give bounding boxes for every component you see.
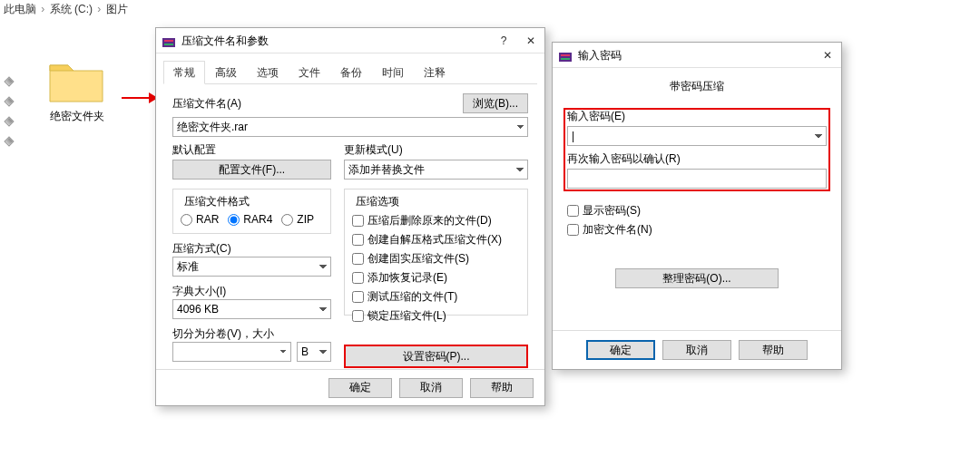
opt-test[interactable]: 测试压缩的文件(T)	[352, 289, 520, 305]
svg-rect-6	[561, 54, 570, 56]
svg-rect-4	[164, 44, 173, 45]
breadcrumb-seg[interactable]: 此电脑	[4, 3, 36, 15]
svg-rect-2	[162, 38, 175, 47]
dialog-tabs: 常规 高级 选项 文件 备份 时间 注释	[163, 61, 537, 84]
app-icon	[558, 48, 573, 63]
options-group-label: 压缩选项	[352, 194, 403, 209]
default-profile-label: 默认配置	[172, 142, 331, 158]
filename-input[interactable]: 绝密文件夹.rar	[172, 117, 528, 137]
dict-select[interactable]: 4096 KB	[172, 299, 331, 319]
opt-delete-after[interactable]: 压缩后删除原来的文件(D)	[352, 213, 520, 228]
breadcrumb: 此电脑 › 系统 (C:) › 图片	[0, 0, 980, 20]
dict-label: 字典大小(I)	[172, 284, 331, 299]
format-radio-rar4[interactable]: RAR4	[228, 213, 272, 226]
compress-ok-button[interactable]: 确定	[328, 378, 392, 398]
opt-lock[interactable]: 锁定压缩文件(L)	[352, 308, 520, 324]
format-group-label: 压缩文件格式	[181, 194, 253, 209]
format-radio-rar[interactable]: RAR	[181, 213, 219, 226]
opt-solid[interactable]: 创建固实压缩文件(S)	[352, 251, 520, 267]
folder-label: 绝密文件夹	[40, 109, 114, 124]
tab-options[interactable]: 选项	[247, 61, 289, 84]
tab-general[interactable]: 常规	[163, 61, 205, 84]
chevron-right-icon: ›	[39, 3, 46, 15]
tab-advanced[interactable]: 高级	[205, 61, 247, 84]
app-icon	[162, 34, 176, 48]
close-button[interactable]: ✕	[814, 43, 841, 68]
show-password-checkbox[interactable]: 显示密码(S)	[567, 203, 827, 219]
chevron-right-icon: ›	[95, 3, 103, 15]
annotation-arrow-icon	[122, 89, 158, 107]
update-mode-select[interactable]: 添加并替换文件	[344, 160, 528, 180]
compress-help-button[interactable]: 帮助	[470, 378, 534, 398]
split-size-select[interactable]	[172, 342, 291, 362]
svg-rect-3	[164, 40, 173, 42]
tab-comment[interactable]: 注释	[414, 61, 456, 84]
filename-label: 压缩文件名(A)	[172, 96, 241, 112]
password-dialog: 输入密码 ✕ 带密码压缩 输入密码(E) | 再次输入密码以确认(R) 显示密码…	[552, 42, 842, 370]
pin-icon	[4, 116, 14, 126]
split-label: 切分为分卷(V)，大小	[172, 326, 331, 342]
pin-icon	[4, 96, 14, 106]
password-header: 带密码压缩	[567, 79, 827, 94]
profile-button[interactable]: 配置文件(F)...	[172, 160, 331, 180]
help-button[interactable]: ?	[490, 28, 517, 53]
method-label: 压缩方式(C)	[172, 241, 331, 257]
opt-sfx[interactable]: 创建自解压格式压缩文件(X)	[352, 232, 520, 248]
svg-rect-7	[561, 58, 570, 60]
method-select[interactable]: 标准	[172, 257, 331, 277]
set-password-button[interactable]: 设置密码(P)...	[344, 345, 528, 368]
encrypt-names-checkbox[interactable]: 加密文件名(N)	[567, 222, 827, 238]
dialog-titlebar[interactable]: 压缩文件名和参数 ? ✕	[156, 28, 544, 53]
dialog-titlebar[interactable]: 输入密码 ✕	[553, 43, 841, 68]
folder-item[interactable]: 绝密文件夹	[40, 56, 114, 124]
dialog-title: 输入密码	[578, 43, 814, 68]
breadcrumb-seg[interactable]: 系统 (C:)	[50, 3, 93, 15]
tab-time[interactable]: 时间	[372, 61, 414, 84]
breadcrumb-seg[interactable]: 图片	[106, 3, 128, 15]
tab-backup[interactable]: 备份	[330, 61, 372, 84]
format-radio-zip[interactable]: ZIP	[281, 213, 314, 226]
password-help-button[interactable]: 帮助	[739, 340, 808, 360]
close-button[interactable]: ✕	[517, 28, 544, 53]
dialog-title: 压缩文件名和参数	[181, 28, 490, 53]
compress-dialog: 压缩文件名和参数 ? ✕ 常规 高级 选项 文件 备份 时间 注释 压缩文件名(…	[155, 27, 545, 406]
pin-icon	[4, 76, 14, 86]
browse-button[interactable]: 浏览(B)...	[463, 93, 528, 113]
folder-icon	[48, 56, 106, 105]
tab-files[interactable]: 文件	[289, 61, 330, 84]
organize-passwords-button[interactable]: 整理密码(O)...	[615, 268, 779, 288]
compress-cancel-button[interactable]: 取消	[399, 378, 463, 398]
update-mode-label: 更新模式(U)	[344, 142, 528, 158]
password-cancel-button[interactable]: 取消	[662, 340, 731, 360]
pin-icon	[4, 136, 14, 146]
opt-recovery[interactable]: 添加恢复记录(E)	[352, 270, 520, 286]
split-unit-select[interactable]: B	[297, 342, 331, 362]
annotation-box	[564, 108, 830, 191]
svg-rect-5	[559, 53, 572, 62]
password-ok-button[interactable]: 确定	[586, 340, 655, 360]
